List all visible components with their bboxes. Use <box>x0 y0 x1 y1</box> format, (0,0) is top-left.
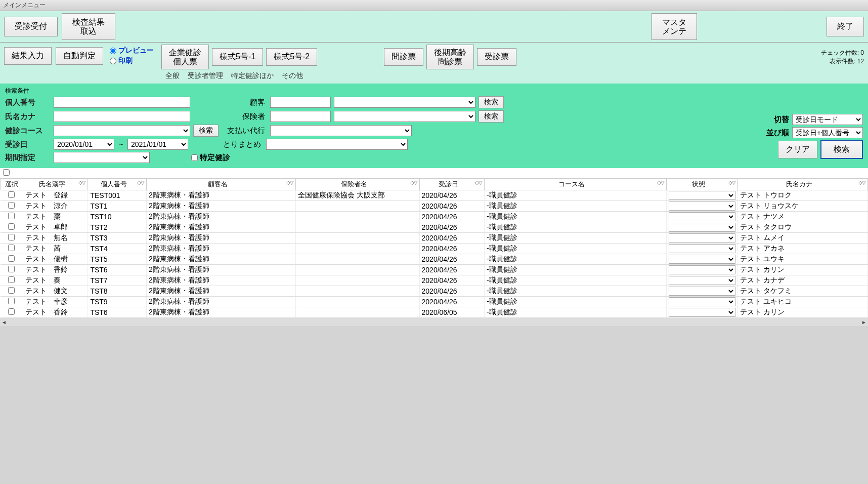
client-search-button[interactable]: 検索 <box>479 96 504 108</box>
sort-icon[interactable]: ◇▽ <box>475 180 482 185</box>
insurer-select[interactable] <box>334 111 475 122</box>
kouki-monshin-button[interactable]: 後期高齢 問診票 <box>426 45 474 69</box>
state-select[interactable] <box>669 201 735 211</box>
state-select[interactable] <box>669 233 735 243</box>
company-sheet-button[interactable]: 企業健診 個人票 <box>161 45 209 69</box>
exit-button[interactable]: 終了 <box>827 17 864 36</box>
cell-state[interactable] <box>666 212 737 222</box>
client-code-input[interactable] <box>270 97 331 108</box>
table-row[interactable]: テスト 茜TST42階東病棟・看護師2020/04/26-職員健診テスト アカネ <box>1 244 868 254</box>
col-insurer[interactable]: 保険者名◇▽ <box>296 179 419 190</box>
row-checkbox[interactable] <box>8 308 15 315</box>
row-checkbox[interactable] <box>8 276 15 283</box>
sort-icon[interactable]: ◇▽ <box>286 180 293 185</box>
col-state[interactable]: 状態◇▽ <box>666 179 737 190</box>
state-select[interactable] <box>669 276 735 285</box>
preview-radio[interactable]: プレビュー <box>110 46 154 55</box>
cell-state[interactable] <box>666 297 737 307</box>
cell-state[interactable] <box>666 265 737 275</box>
sort-icon[interactable]: ◇▽ <box>728 180 735 185</box>
table-row[interactable]: テスト 香鈴TST62階東病棟・看護師2020/04/26-職員健診テスト カリ… <box>1 265 868 275</box>
client-select[interactable] <box>334 97 475 108</box>
state-select[interactable] <box>669 191 735 200</box>
state-select[interactable] <box>669 308 735 317</box>
table-row[interactable]: テスト 棗TST102階東病棟・看護師2020/04/26-職員健診テスト ナツ… <box>1 212 868 222</box>
row-checkbox[interactable] <box>8 213 15 219</box>
tokutei-checkbox[interactable]: 特定健診 <box>191 153 230 163</box>
main-search-button[interactable]: 検索 <box>820 140 863 159</box>
subtab-tokutei[interactable]: 特定健診ほか <box>227 70 278 82</box>
sort-icon[interactable]: ◇▽ <box>78 180 85 185</box>
insurer-code-input[interactable] <box>270 111 331 122</box>
scroll-right-icon[interactable]: ► <box>860 319 868 325</box>
payproxy-select[interactable] <box>270 125 412 136</box>
kana-input[interactable] <box>54 111 190 122</box>
result-entry-button[interactable]: 結果入力 <box>4 47 52 65</box>
sort-icon[interactable]: ◇▽ <box>137 180 144 185</box>
cell-state[interactable] <box>666 233 737 244</box>
subtab-patient-mgmt[interactable]: 受診者管理 <box>184 70 227 82</box>
row-checkbox[interactable] <box>8 223 15 230</box>
row-checkbox[interactable] <box>8 266 15 272</box>
narabi-select[interactable]: 受診日+個人番号 <box>792 127 863 138</box>
kirikae-select[interactable]: 受診日モード <box>792 114 863 125</box>
table-row[interactable]: テスト 健文TST82階東病棟・看護師2020/04/26-職員健診テスト タケ… <box>1 286 868 297</box>
state-select[interactable] <box>669 287 735 296</box>
row-checkbox[interactable] <box>8 245 15 251</box>
subtab-general[interactable]: 全般 <box>161 70 184 82</box>
state-select[interactable] <box>669 265 735 274</box>
table-row[interactable]: テスト 無名TST32階東病棟・看護師2020/04/26-職員健診テスト ムメ… <box>1 233 868 244</box>
subtab-other[interactable]: その他 <box>278 70 307 82</box>
auto-judge-button[interactable]: 自動判定 <box>56 47 103 65</box>
date-from-select[interactable]: 2020/01/01 <box>54 139 114 150</box>
state-select[interactable] <box>669 255 735 264</box>
sort-icon[interactable]: ◇▽ <box>858 180 865 185</box>
col-pno[interactable]: 個人番号◇▽ <box>88 179 147 190</box>
table-row[interactable]: テスト 香鈴TST62階東病棟・看護師2020/06/05-職員健診テスト カリ… <box>1 307 868 318</box>
master-maint-button[interactable]: マスタ メンテ <box>652 13 697 40</box>
state-select[interactable] <box>669 297 735 306</box>
row-checkbox[interactable] <box>8 287 15 294</box>
table-row[interactable]: テスト 涼介TST12階東病棟・看護師2020/04/26-職員健診テスト リョ… <box>1 201 868 212</box>
col-course[interactable]: コース名◇▽ <box>485 179 667 190</box>
sort-icon[interactable]: ◇▽ <box>410 180 417 185</box>
col-client[interactable]: 顧客名◇▽ <box>147 179 296 190</box>
scroll-left-icon[interactable]: ◄ <box>0 319 8 325</box>
col-date[interactable]: 受診日◇▽ <box>419 179 484 190</box>
form5-2-button[interactable]: 様式5号-2 <box>266 48 317 66</box>
cell-state[interactable] <box>666 190 737 201</box>
course-search-button[interactable]: 検索 <box>193 125 219 137</box>
table-row[interactable]: テスト 幸彦TST92階東病棟・看護師2020/04/26-職員健診テスト ユキ… <box>1 297 868 307</box>
cell-state[interactable] <box>666 286 737 297</box>
period-select[interactable] <box>54 152 150 163</box>
insurer-search-button[interactable]: 検索 <box>479 110 504 123</box>
summary-select[interactable] <box>266 139 408 150</box>
cell-state[interactable] <box>666 307 737 318</box>
print-radio[interactable]: 印刷 <box>110 56 154 65</box>
form5-1-button[interactable]: 様式5号-1 <box>212 48 263 66</box>
jushin-button[interactable]: 受診票 <box>477 48 516 66</box>
table-row[interactable]: テスト 奏TST72階東病棟・看護師2020/04/26-職員健診テスト カナデ <box>1 275 868 286</box>
table-row[interactable]: テスト 登録TEST0012階東病棟・看護師全国健康保険協会 大阪支部2020/… <box>1 190 868 201</box>
table-row[interactable]: テスト 卓郎TST22階東病棟・看護師2020/04/26-職員健診テスト タク… <box>1 222 868 233</box>
state-select[interactable] <box>669 244 735 253</box>
clear-button[interactable]: クリア <box>778 141 817 158</box>
pno-input[interactable] <box>54 97 190 108</box>
cell-state[interactable] <box>666 254 737 265</box>
col-kana[interactable]: 氏名カナ◇▽ <box>737 179 867 190</box>
sort-icon[interactable]: ◇▽ <box>657 180 664 185</box>
date-to-select[interactable]: 2021/01/01 <box>127 139 188 150</box>
row-checkbox[interactable] <box>8 234 15 240</box>
cell-state[interactable] <box>666 244 737 254</box>
row-checkbox[interactable] <box>8 202 15 209</box>
row-checkbox[interactable] <box>8 298 15 304</box>
row-checkbox[interactable] <box>8 255 15 262</box>
reception-button[interactable]: 受診受付 <box>4 17 58 36</box>
monshin-button[interactable]: 問診票 <box>384 48 423 66</box>
course-select[interactable] <box>54 125 190 136</box>
cell-state[interactable] <box>666 201 737 212</box>
cell-state[interactable] <box>666 222 737 233</box>
col-select[interactable]: 選択 <box>1 179 23 190</box>
col-kanji[interactable]: 氏名漢字◇▽ <box>23 179 88 190</box>
select-all-checkbox[interactable] <box>3 169 10 176</box>
